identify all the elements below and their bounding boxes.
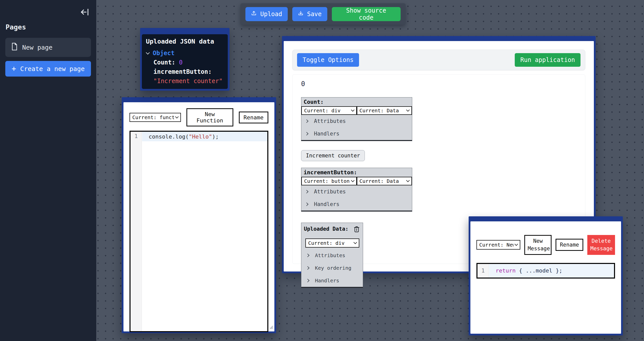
function-code-editor[interactable]: 1 console.log("Hello"); bbox=[130, 131, 268, 332]
upload-button[interactable]: Upload bbox=[245, 7, 288, 21]
chevron-right-icon bbox=[306, 266, 309, 270]
code-line: return { ...model }; bbox=[489, 264, 614, 278]
uploaded-data-label: Uploaded Data: bbox=[304, 226, 348, 232]
run-application-button[interactable]: Run application bbox=[515, 53, 581, 67]
row-label: Attributes bbox=[314, 189, 346, 195]
json-number-value: 0 bbox=[179, 58, 182, 67]
collapse-left-icon bbox=[80, 13, 89, 17]
upload-icon bbox=[251, 10, 257, 18]
new-message-button[interactable]: New Message bbox=[524, 235, 552, 255]
chevron-right-icon bbox=[305, 132, 308, 135]
trash-icon bbox=[353, 230, 360, 233]
message-select[interactable]: Current: NewMessage bbox=[476, 240, 520, 250]
button-handlers-row[interactable]: Handlers bbox=[301, 198, 412, 211]
show-source-button[interactable]: Show source code bbox=[332, 7, 401, 21]
count-data-select[interactable]: Current: Data bbox=[357, 106, 412, 115]
uploaded-data-block: Uploaded Data: Current: div bbox=[301, 223, 363, 288]
sidebar: Pages New page + Create a new page bbox=[0, 0, 96, 341]
rename-message-label: Rename bbox=[560, 242, 579, 248]
delete-message-button[interactable]: Delete Message bbox=[587, 235, 615, 255]
chevron-down-icon bbox=[351, 108, 354, 112]
code-text: ); bbox=[212, 133, 219, 140]
json-panel-title: Uploaded JSON data bbox=[146, 38, 224, 45]
create-page-button[interactable]: + Create a new page bbox=[5, 61, 91, 77]
json-root-node[interactable]: Object bbox=[146, 49, 224, 58]
json-data-panel[interactable]: Uploaded JSON data Object Count: 0 incre… bbox=[140, 28, 230, 91]
row-label: Attributes bbox=[314, 118, 346, 124]
line-number: 1 bbox=[131, 132, 142, 139]
count-element-type-select[interactable]: Current: div bbox=[301, 106, 357, 115]
message-code-editor[interactable]: 1 return { ...model }; bbox=[476, 263, 615, 279]
chevron-right-icon bbox=[305, 202, 308, 206]
function-editor-panel[interactable]: Current: functionName New Function Renam… bbox=[122, 97, 276, 333]
rename-function-button[interactable]: Rename bbox=[239, 112, 268, 123]
uploaded-data-header: Uploaded Data: bbox=[301, 223, 363, 233]
save-button[interactable]: Save bbox=[292, 7, 327, 21]
count-attributes-row[interactable]: Attributes bbox=[301, 115, 412, 127]
run-application-label: Run application bbox=[520, 56, 575, 63]
delete-uploaded-data-button[interactable] bbox=[353, 226, 360, 233]
resize-handle[interactable] bbox=[268, 324, 273, 330]
uploaded-attributes-row[interactable]: Attributes bbox=[301, 249, 363, 262]
select-value: Current: div bbox=[308, 240, 352, 246]
count-handlers-row[interactable]: Handlers bbox=[301, 127, 412, 140]
message-editor-panel[interactable]: Current: NewMessage New Message Rename D… bbox=[469, 216, 623, 335]
count-element-block: Count: Current: div Current: Data bbox=[301, 97, 412, 141]
delete-message-label: Delete Message bbox=[590, 238, 613, 252]
json-entry-count: Count: 0 bbox=[146, 58, 224, 67]
toggle-options-button[interactable]: Toggle Options bbox=[297, 53, 359, 67]
rename-message-button[interactable]: Rename bbox=[556, 239, 583, 251]
uploaded-key-ordering-row[interactable]: Key ordering bbox=[301, 262, 363, 274]
chevron-right-icon bbox=[305, 190, 308, 193]
button-attributes-row[interactable]: Attributes bbox=[301, 185, 412, 198]
select-value: Current: Data bbox=[360, 108, 405, 114]
new-function-button[interactable]: New Function bbox=[186, 108, 233, 126]
pages-title: Pages bbox=[6, 23, 26, 31]
message-editor-body: Current: NewMessage New Message Rename D… bbox=[470, 221, 621, 334]
app-canvas: Pages New page + Create a new page Uploa… bbox=[0, 0, 644, 341]
sidebar-item-new-page[interactable]: New page bbox=[5, 38, 91, 57]
chevron-down-icon bbox=[175, 115, 179, 118]
row-label: Attributes bbox=[315, 252, 345, 258]
new-message-label: New Message bbox=[528, 238, 550, 252]
json-key: incrementButton: bbox=[153, 67, 212, 77]
button-data-select[interactable]: Current: Data bbox=[357, 177, 412, 185]
row-label: Handlers bbox=[314, 201, 339, 207]
chevron-right-icon bbox=[305, 119, 308, 123]
counter-value-text: 0 bbox=[301, 80, 576, 88]
top-toolbar: Upload Save Show source code bbox=[240, 3, 406, 25]
save-label: Save bbox=[307, 11, 322, 18]
function-editor-header: Current: functionName New Function Renam… bbox=[130, 108, 268, 126]
new-page-label: New page bbox=[22, 44, 52, 51]
chevron-down-icon bbox=[146, 51, 150, 55]
json-entry-button-value: "Increment counter" bbox=[146, 77, 224, 86]
collapse-sidebar-button[interactable] bbox=[80, 8, 89, 17]
app-toolbar: Toggle Options Run application bbox=[292, 50, 585, 70]
uploaded-data-element-select[interactable]: Current: div bbox=[305, 238, 359, 248]
document-icon bbox=[11, 43, 18, 52]
increment-block-selects: Current: button Current: Data bbox=[301, 177, 412, 185]
increment-counter-label: Increment counter bbox=[306, 153, 360, 159]
increment-counter-button[interactable]: Increment counter bbox=[301, 150, 365, 161]
row-label: Handlers bbox=[315, 278, 339, 284]
json-data-panel-body: Uploaded JSON data Object Count: 0 incre… bbox=[142, 34, 228, 89]
code-string-token: "Hello" bbox=[189, 133, 212, 140]
chevron-down-icon bbox=[353, 241, 357, 244]
chevron-down-icon bbox=[514, 243, 518, 246]
button-element-type-select[interactable]: Current: button bbox=[301, 177, 357, 185]
json-root-label: Object bbox=[153, 49, 175, 58]
code-line: console.log("Hello"); bbox=[142, 132, 267, 141]
line-number-gutter: 1 bbox=[131, 132, 142, 331]
row-label: Key ordering bbox=[315, 265, 351, 271]
chevron-right-icon bbox=[306, 254, 309, 257]
select-value: Current: div bbox=[304, 108, 350, 114]
uploaded-handlers-row[interactable]: Handlers bbox=[301, 274, 363, 287]
function-select[interactable]: Current: functionName bbox=[130, 113, 181, 122]
count-block-label: Count: bbox=[301, 97, 412, 106]
select-value: Current: Data bbox=[360, 178, 405, 184]
increment-block-label: incrementButton: bbox=[301, 168, 412, 177]
select-value: Current: button bbox=[304, 178, 350, 184]
row-label: Handlers bbox=[314, 131, 339, 137]
json-key: Count: bbox=[153, 58, 175, 67]
increment-button-block: incrementButton: Current: button Current… bbox=[301, 168, 412, 212]
